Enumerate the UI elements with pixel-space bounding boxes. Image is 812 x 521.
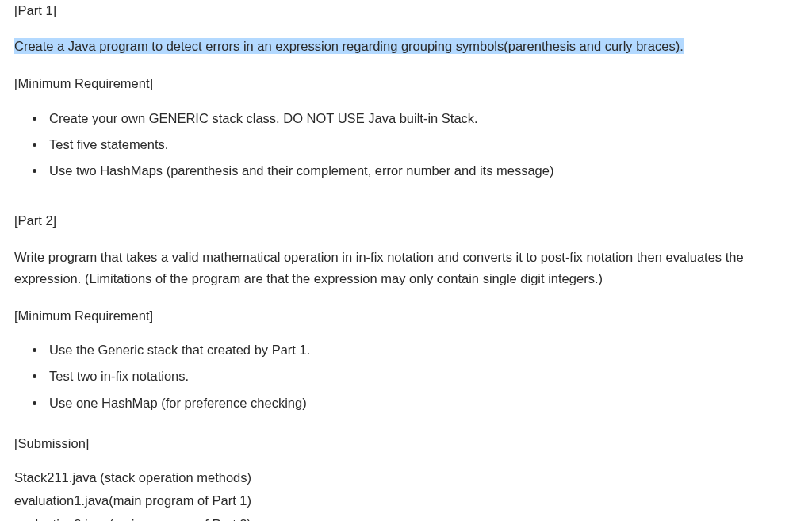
submission-file: evaluation2.java(main program of Part 2) bbox=[14, 514, 798, 522]
part1-requirements-list: Create your own GENERIC stack class. DO … bbox=[14, 108, 798, 182]
submission-file: evaluation1.java(main program of Part 1) bbox=[14, 490, 798, 511]
part1-label: [Part 1] bbox=[14, 0, 798, 21]
part1-description-wrapper: Create a Java program to detect errors i… bbox=[14, 36, 798, 57]
list-item: Use one HashMap (for preference checking… bbox=[46, 393, 798, 414]
part1-min-req-label: [Minimum Requirement] bbox=[14, 73, 798, 94]
part2-min-req-label: [Minimum Requirement] bbox=[14, 305, 798, 327]
list-item: Use the Generic stack that created by Pa… bbox=[46, 339, 798, 361]
list-item: Use two HashMaps (parenthesis and their … bbox=[46, 160, 798, 182]
part1-description[interactable]: Create a Java program to detect errors i… bbox=[14, 38, 684, 54]
list-item: Test two in-fix notations. bbox=[46, 366, 798, 387]
list-item: Test five statements. bbox=[46, 134, 798, 155]
part2-requirements-list: Use the Generic stack that created by Pa… bbox=[14, 339, 798, 414]
list-item: Create your own GENERIC stack class. DO … bbox=[46, 108, 798, 129]
part2-description: Write program that takes a valid mathema… bbox=[14, 247, 798, 289]
submission-files: Stack211.java (stack operation methods) … bbox=[14, 467, 798, 521]
submission-label: [Submission] bbox=[14, 433, 798, 454]
submission-file: Stack211.java (stack operation methods) bbox=[14, 467, 798, 488]
part2-label: [Part 2] bbox=[14, 210, 798, 232]
